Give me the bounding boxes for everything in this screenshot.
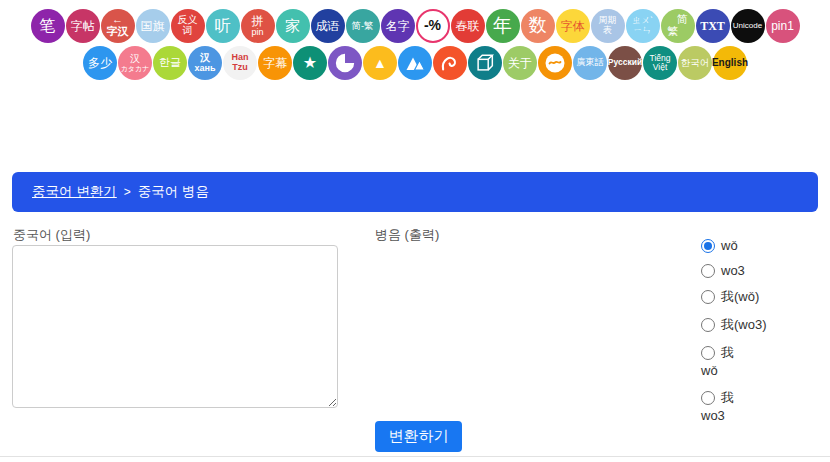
breadcrumb: 중국어 변환기 > 중국어 병음 — [12, 172, 818, 212]
icon-label: 拼 — [252, 15, 264, 28]
icon-guanyu-about[interactable]: 关于 — [503, 46, 537, 80]
icon-jia-home[interactable]: 家 — [276, 9, 310, 43]
icon-label: Tzu — [232, 63, 248, 73]
icon-shu-number[interactable]: 数 — [521, 9, 555, 43]
icon-zitie[interactable]: 字帖 — [66, 9, 100, 43]
icon-zhuyin[interactable]: ㄓㄨˋㄧㄣ — [626, 9, 660, 43]
pinyin-option-1[interactable]: wǒ — [701, 238, 767, 253]
icon-label: 한국어 — [681, 58, 710, 68]
icon-pie-icon[interactable] — [328, 46, 362, 80]
breadcrumb-home-link[interactable]: 중국어 변환기 — [32, 183, 117, 201]
icon-nav-row-1: 笔字帖←字汉国旗反义词听拼pin家成语简-繁名字-%春联年数字体周期表ㄓㄨˋㄧㄣ… — [0, 9, 830, 43]
icon-cube-icon[interactable] — [468, 46, 502, 80]
radio-selected-icon[interactable] — [701, 239, 715, 253]
icon-unicode[interactable]: Unicode — [731, 9, 765, 43]
icon-label: 多少 — [88, 57, 112, 70]
radio-unselected-icon[interactable] — [701, 391, 715, 405]
icon-label: Unicode — [733, 22, 762, 31]
icon-label: 国旗 — [141, 20, 165, 33]
icon-label: TXT — [700, 20, 725, 33]
icon-label: 关于 — [508, 57, 532, 70]
icon-nav: 笔字帖←字汉国旗反义词听拼pin家成语简-繁名字-%春联年数字体周期表ㄓㄨˋㄧㄣ… — [0, 9, 830, 83]
icon-zihan-arrow[interactable]: ←字汉 — [101, 9, 135, 43]
radio-unselected-icon[interactable] — [701, 264, 715, 278]
icon-label: 字汉 — [107, 26, 129, 38]
icon-label: 家 — [285, 18, 300, 34]
pinyin-option-label: 我 — [721, 389, 734, 407]
pinyin-option-4[interactable]: 我(wo3) — [701, 316, 767, 334]
icon-label: 字帖 — [71, 20, 95, 33]
icon-star-icon[interactable]: ★ — [293, 46, 327, 80]
radio-unselected-icon[interactable] — [701, 290, 715, 304]
pinyin-option-label: 我 — [721, 344, 734, 362]
pinyin-format-options: wǒwo3我(wǒ)我(wo3)我wǒ我wo3 — [701, 238, 767, 433]
icon-label: 成语 — [316, 20, 340, 33]
icon-label: 词 — [183, 26, 193, 37]
icon-label: 数 — [529, 16, 547, 35]
bottom-divider — [0, 456, 830, 457]
icon-nian-year[interactable]: 年 — [486, 9, 520, 43]
icon-ting-listen[interactable]: 听 — [206, 9, 240, 43]
icon-korean[interactable]: 한국어 — [678, 46, 712, 80]
icon-label: 繁 — [667, 26, 678, 38]
chinese-input-label: 중국어 (입력) — [13, 226, 90, 244]
icon-mountains-icon[interactable] — [398, 46, 432, 80]
icon-label: pin — [251, 28, 263, 38]
icon-label: Việt — [653, 63, 668, 72]
convert-button[interactable]: 변환하기 — [375, 421, 462, 452]
pinyin-option-label: wǒ — [721, 238, 738, 253]
icon-zhouqibiao[interactable]: 周期表 — [591, 9, 625, 43]
icon-nav-row-2: 多少汉カタカナ한글汉ханьHanTzu字幕★▲关于廣東話РусскийTiến… — [0, 46, 830, 80]
icon-jianfan-diag[interactable]: 简繁 — [661, 9, 695, 43]
icon-ziti-font[interactable]: 字体 — [556, 9, 590, 43]
icon-hangul[interactable]: 한글 — [153, 46, 187, 80]
icon-label: 春联 — [456, 20, 480, 33]
icon-vietnamese[interactable]: TiếngViệt — [643, 46, 677, 80]
icon-label: хань — [195, 64, 216, 74]
icon-chunlian[interactable]: 春联 — [451, 9, 485, 43]
icon-percent[interactable]: -% — [416, 9, 450, 43]
icon-handshake-icon[interactable] — [538, 46, 572, 80]
breadcrumb-current: 중국어 병음 — [138, 183, 209, 201]
icon-pin1[interactable]: pin1 — [766, 9, 800, 43]
pinyin-option-2[interactable]: wo3 — [701, 263, 767, 278]
icon-fanyici[interactable]: 反义词 — [171, 9, 205, 43]
icon-guoqi-flag[interactable]: 国旗 — [136, 9, 170, 43]
icon-zimu-subtitle[interactable]: 字幕 — [258, 46, 292, 80]
icon-label: 汉 — [130, 54, 140, 65]
icon-label: 廣東話 — [577, 58, 604, 68]
icon-label: 字幕 — [263, 57, 287, 70]
icon-txt[interactable]: TXT — [696, 9, 730, 43]
pinyin-option-subline: wo3 — [701, 408, 767, 424]
pinyin-option-6[interactable]: 我 — [701, 389, 767, 407]
icon-russian[interactable]: Русский — [608, 46, 642, 80]
icon-label: Русский — [608, 58, 642, 67]
icon-label: 表 — [603, 26, 612, 36]
pinyin-option-label: 我(wǒ) — [721, 288, 759, 306]
icon-jianfan-dash[interactable]: 简-繁 — [346, 9, 380, 43]
icon-chengyu[interactable]: 成语 — [311, 9, 345, 43]
icon-label: 笔 — [40, 17, 56, 34]
pinyin-option-3[interactable]: 我(wǒ) — [701, 288, 767, 306]
icon-label: 听 — [215, 17, 231, 34]
icon-mingzi[interactable]: 名字 — [381, 9, 415, 43]
icon-han-xanj[interactable]: 汉хань — [188, 46, 222, 80]
pinyin-option-5[interactable]: 我 — [701, 344, 767, 362]
icon-label: 名字 — [386, 20, 410, 33]
radio-unselected-icon[interactable] — [701, 346, 715, 360]
radio-unselected-icon[interactable] — [701, 318, 715, 332]
icon-han-tzu[interactable]: HanTzu — [223, 46, 257, 80]
icon-triangle-icon[interactable]: ▲ — [363, 46, 397, 80]
icon-bi-stroke[interactable]: 笔 — [31, 9, 65, 43]
icon-curve-icon[interactable] — [433, 46, 467, 80]
icon-english[interactable]: English — [713, 46, 747, 80]
icon-pin-pinyin[interactable]: 拼pin — [241, 9, 275, 43]
breadcrumb-separator: > — [124, 185, 131, 199]
chinese-input[interactable] — [12, 245, 338, 408]
pinyin-option-subline: wǒ — [701, 363, 767, 379]
icon-duoshao[interactable]: 多少 — [83, 46, 117, 80]
icon-han-katakana[interactable]: 汉カタカナ — [118, 46, 152, 80]
icon-cantonese[interactable]: 廣東話 — [573, 46, 607, 80]
icon-label: カタカナ — [121, 65, 150, 73]
icon-label: 年 — [493, 16, 512, 37]
